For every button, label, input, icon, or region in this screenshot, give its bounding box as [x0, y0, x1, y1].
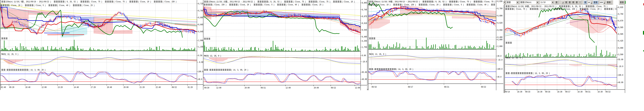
svg-text:( Close, 150 ): ( Close, 150 ): [162, 1, 176, 3]
svg-text:13:20: 13:20: [58, 86, 63, 89]
svg-text:16:30: 16:30: [578, 91, 582, 93]
svg-text:100.0: 100.0: [618, 74, 623, 76]
svg-text:10:40: 10:40: [25, 86, 30, 89]
svg-text:( 14, 3, 80, 20 ): ( 14, 3, 80, 20 ): [533, 72, 550, 75]
svg-text:( Close, 75 ): ( Close, 75 ): [293, 1, 306, 3]
svg-text:09/22: 09/22: [606, 91, 610, 93]
svg-text:225mini 11/10( 60: 225mini 11/10( 60: [510, 5, 527, 8]
svg-text:3,500: 3,500: [618, 53, 623, 56]
svg-text:2,000: 2,000: [498, 45, 502, 48]
svg-text:40.00: 40.00: [618, 81, 623, 84]
svg-text:( Close, 75 ): ( Close, 75 ): [482, 1, 496, 3]
svg-text:09/22: 09/22: [331, 87, 336, 89]
svg-text:( 14, 3, 80, 20 ): ( 14, 3, 80, 20 ): [231, 69, 248, 71]
svg-text:I: I: [580, 1, 580, 4]
svg-text:22:40: 22:40: [156, 86, 161, 89]
svg-text:( Close, 10 ): ( Close, 10 ): [538, 8, 552, 10]
svg-text:( Close, 20 ): ( Close, 20 ): [428, 4, 440, 6]
svg-text:16:30: 16:30: [557, 91, 562, 93]
svg-text:1,750: 1,750: [362, 46, 367, 48]
svg-text:8,610: 8,610: [362, 22, 367, 25]
svg-text:60: 60: [588, 1, 590, 4]
svg-text:600: 600: [600, 1, 603, 4]
svg-text:95.00: 95.00: [362, 71, 367, 74]
svg-text:8,545: 8,545: [362, 29, 367, 31]
svg-text:8,835: 8,835: [618, 6, 623, 9]
svg-text:55.00: 55.00: [618, 59, 623, 61]
svg-text:( Close, 25 ): ( Close, 25 ): [310, 4, 323, 6]
svg-text:16:30: 16:30: [537, 91, 542, 93]
svg-text:17:20: 17:20: [91, 86, 96, 89]
svg-text:20:00: 20:00: [124, 86, 128, 89]
svg-text:1,150: 1,150: [198, 46, 203, 48]
svg-text:( 9, 26, 52 ): ( 9, 26, 52 ): [570, 5, 583, 8]
svg-text:( Close, 40 ): ( Close, 40 ): [286, 4, 299, 6]
svg-text:8,425: 8,425: [618, 40, 623, 42]
svg-text:-15.0: -15.0: [498, 59, 502, 61]
svg-text:8,480: 8,480: [362, 36, 367, 38]
svg-text:18:40: 18:40: [107, 86, 112, 89]
svg-text:9,000: 9,000: [618, 47, 623, 49]
svg-text:8,670: 8,670: [618, 20, 623, 22]
svg-text:( 9, 26, 52 ): ( 9, 26, 52 ): [268, 1, 282, 3]
svg-text:( Close, 75 ): ( Close, 75 ): [317, 1, 330, 3]
svg-text:( Close, 40 ): ( Close, 40 ): [475, 4, 488, 6]
svg-text:6,000: 6,000: [498, 39, 502, 41]
svg-text:( Close, 150 ): ( Close, 150 ): [563, 8, 577, 10]
svg-text:8,750: 8,750: [618, 13, 623, 15]
svg-text:( Close, 75 ): ( Close, 75 ): [114, 1, 127, 3]
svg-text:MACD( 12, 26, 9 ): MACD( 12, 26, 9 ): [1, 53, 18, 55]
svg-text:8,685: 8,685: [198, 16, 203, 19]
svg-text:( Close, 150 ): ( Close, 150 ): [212, 4, 226, 6]
svg-text:8,480: 8,480: [498, 36, 502, 39]
svg-text:-: -: [374, 68, 374, 71]
svg-text:( Close, 20 ): ( Close, 20 ): [238, 4, 251, 6]
svg-text:MACD( 12, 26, 9 ): MACD( 12, 26, 9 ): [204, 55, 221, 57]
svg-text:-: -: [510, 72, 511, 75]
svg-text:( Close, 10 ): ( Close, 10 ): [342, 1, 355, 3]
svg-text:8,550: 8,550: [498, 29, 502, 31]
svg-text:( 9, 26, 52 ): ( 9, 26, 52 ): [434, 1, 446, 3]
svg-text:8,665: 8,665: [198, 23, 203, 26]
svg-text:21:20: 21:20: [140, 86, 144, 89]
svg-text:8,585: 8,585: [618, 26, 623, 29]
svg-text:8,705: 8,705: [198, 10, 203, 12]
svg-text:09/21: 09/21: [585, 91, 590, 93]
svg-text:8,675: 8,675: [362, 15, 367, 18]
svg-text:( Close, 75 ): ( Close, 75 ): [514, 8, 527, 10]
svg-text:8,645: 8,645: [198, 31, 203, 33]
svg-text:40.00: 40.00: [362, 78, 367, 81]
svg-text:8,805: 8,805: [362, 2, 367, 4]
svg-text:09/21: 09/21: [444, 86, 449, 88]
svg-text:225mini 11/10( 5: 225mini 11/10( 5: [6, 1, 22, 3]
svg-text:, 2011/09/13 - 2011/09/22 ): , 2011/09/13 - 2011/09/22 ): [529, 5, 556, 8]
svg-text:225mini 11/10( 30: 225mini 11/10( 30: [374, 1, 390, 3]
svg-text:( Close, 75 ): ( Close, 75 ): [458, 1, 471, 3]
svg-text:( Cl: ( Cl: [613, 8, 617, 10]
svg-text:12:00: 12:00: [286, 87, 291, 89]
svg-text:-19.0: -19.0: [362, 61, 367, 63]
svg-text:( Close, 150 ): ( Close, 150 ): [402, 4, 416, 6]
svg-text:09/21: 09/21: [261, 87, 266, 89]
svg-text:09/17: 09/17: [565, 91, 570, 93]
svg-text:16:30: 16:30: [517, 91, 522, 93]
svg-text:40.0: 40.0: [198, 78, 202, 81]
svg-text:20:00: 20:00: [244, 87, 250, 89]
svg-text:8,725: 8,725: [198, 3, 203, 5]
svg-text:40.0: 40.0: [498, 76, 502, 78]
svg-text:( Close, 20 ): ( Close, 20 ): [588, 8, 602, 10]
svg-text:40.0: 40.0: [498, 55, 502, 57]
svg-text:09/16: 09/16: [372, 86, 376, 88]
svg-text:( Close, 5 ): ( Close, 5 ): [34, 4, 46, 7]
svg-text:, 2011/09/13 - 2011/09/22 ): , 2011/09/13 - 2011/09/22 ): [228, 1, 255, 3]
svg-text:8.50: 8.50: [198, 54, 202, 57]
svg-text:2,900: 2,900: [198, 39, 203, 42]
svg-text:( 14, 3, 80, 20 ): ( 14, 3, 80, 20 ): [396, 68, 413, 71]
svg-text:( 14, 3, 80, 20 ): ( 14, 3, 80, 20 ): [28, 69, 46, 71]
svg-text:( Close, 75 ): ( Close, 75 ): [594, 5, 608, 8]
svg-text:( Close, 40 ): ( Close, 40 ): [57, 4, 70, 7]
svg-text:4,250: 4,250: [362, 40, 367, 42]
svg-text:-: -: [208, 69, 210, 71]
svg-text:14:40: 14:40: [74, 86, 79, 89]
svg-text:9.00: 9.00: [362, 54, 366, 57]
